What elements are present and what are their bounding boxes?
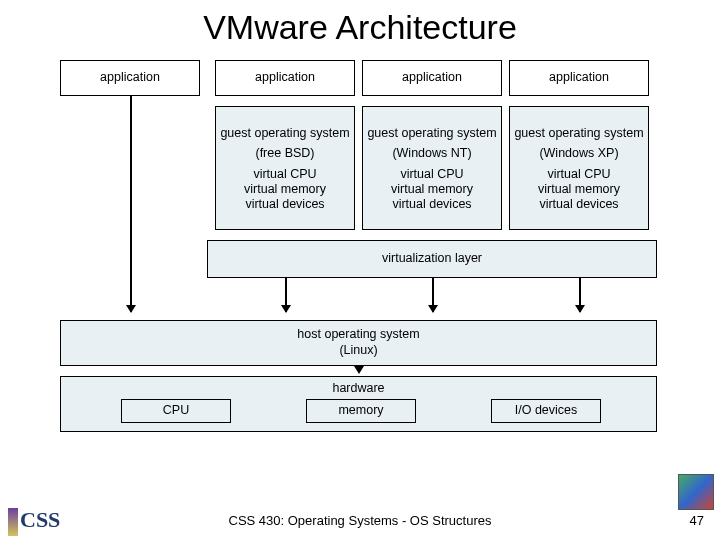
hw-memory: memory xyxy=(306,399,416,423)
virtualization-layer: virtualization layer xyxy=(207,240,657,278)
guest-os-2-vmem: virtual memory xyxy=(538,182,620,197)
hardware-layer: hardware CPU memory I/O devices xyxy=(60,376,657,432)
guest-os-1: guest operating system (Windows NT) virt… xyxy=(362,106,502,230)
guest-os-0-vdev: virtual devices xyxy=(245,197,324,212)
arrow-vm2-to-host xyxy=(432,278,434,312)
guest-os-1-vcpu: virtual CPU xyxy=(400,167,463,182)
guest-os-0: guest operating system (free BSD) virtua… xyxy=(215,106,355,230)
page-number: 47 xyxy=(690,513,704,528)
guest-os-2: guest operating system (Windows XP) virt… xyxy=(509,106,649,230)
guest-os-1-vmem: virtual memory xyxy=(391,182,473,197)
arrow-vm1-to-host xyxy=(285,278,287,312)
app-box-2: application xyxy=(362,60,502,96)
guest-os-1-vdev: virtual devices xyxy=(392,197,471,212)
hardware-label: hardware xyxy=(61,381,656,397)
host-os: host operating system (Linux) xyxy=(60,320,657,366)
guest-os-2-vcpu: virtual CPU xyxy=(547,167,610,182)
footer-caption: CSS 430: Operating Systems - OS Structur… xyxy=(0,513,720,528)
guest-os-2-vdev: virtual devices xyxy=(539,197,618,212)
guest-os-0-example: (free BSD) xyxy=(255,146,314,162)
css-logo: CSS xyxy=(8,507,60,536)
hw-cpu: CPU xyxy=(121,399,231,423)
guest-os-1-example: (Windows NT) xyxy=(392,146,471,162)
css-logo-text: CSS xyxy=(20,507,60,532)
guest-os-2-example: (Windows XP) xyxy=(539,146,618,162)
guest-os-0-name: guest operating system xyxy=(220,126,349,142)
hw-io: I/O devices xyxy=(491,399,601,423)
arrow-app0-to-host xyxy=(130,96,132,312)
arrow-host-to-hw xyxy=(358,366,360,372)
book-thumbnail-icon xyxy=(678,474,714,510)
slide-title: VMware Architecture xyxy=(0,0,720,49)
guest-os-2-name: guest operating system xyxy=(514,126,643,142)
host-os-example: (Linux) xyxy=(339,343,377,359)
app-box-0: application xyxy=(60,60,200,96)
guest-os-0-vmem: virtual memory xyxy=(244,182,326,197)
app-box-3: application xyxy=(509,60,649,96)
guest-os-1-name: guest operating system xyxy=(367,126,496,142)
guest-os-0-vcpu: virtual CPU xyxy=(253,167,316,182)
host-os-name: host operating system xyxy=(297,327,419,343)
app-box-1: application xyxy=(215,60,355,96)
arrow-vm3-to-host xyxy=(579,278,581,312)
